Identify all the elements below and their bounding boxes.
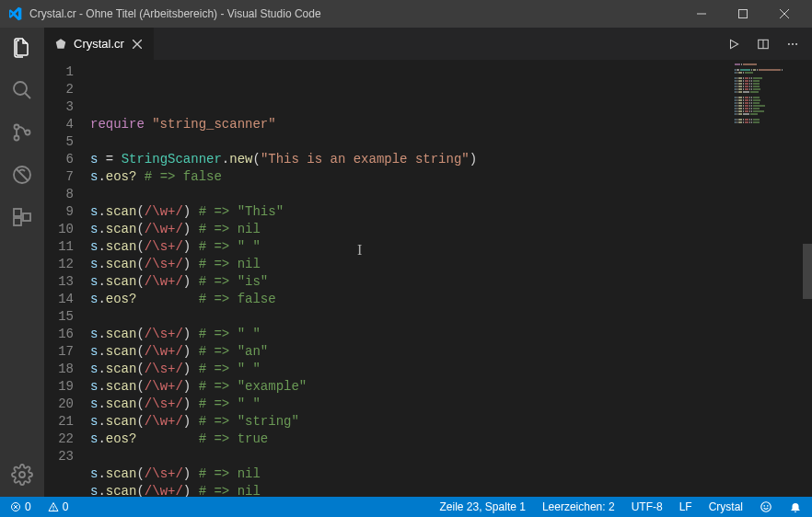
maximize-button[interactable]: [722, 0, 763, 28]
status-warnings[interactable]: 0: [45, 497, 72, 517]
svg-rect-12: [14, 218, 21, 225]
status-notifications-icon[interactable]: [786, 497, 805, 517]
code-line[interactable]: s.scan(/\s+/) # => " ": [90, 361, 812, 378]
search-icon[interactable]: [9, 77, 35, 103]
line-number: 11: [44, 238, 74, 256]
code-line[interactable]: s = StringScanner.new("This is an exampl…: [90, 151, 812, 168]
line-number: 4: [44, 116, 74, 133]
line-number: 1: [44, 63, 74, 81]
code-line[interactable]: s.scan(/\w+/) # => "This": [90, 203, 812, 221]
line-number: 19: [44, 378, 74, 396]
minimize-button[interactable]: [680, 0, 722, 28]
editor-actions: [714, 28, 812, 60]
svg-line-5: [25, 93, 30, 98]
line-number: 9: [44, 203, 74, 221]
code-line[interactable]: s.scan(/\w+/) # => "an": [90, 343, 812, 361]
code-line[interactable]: [90, 186, 812, 203]
line-number: 18: [44, 361, 74, 378]
file-crystal-icon: [53, 37, 68, 52]
settings-gear-icon[interactable]: [9, 462, 35, 488]
status-encoding[interactable]: UTF-8: [629, 497, 666, 517]
status-language[interactable]: Crystal: [706, 497, 746, 517]
line-number: 7: [44, 168, 74, 186]
svg-point-14: [19, 472, 25, 477]
run-icon[interactable]: [725, 36, 742, 52]
more-actions-icon[interactable]: [784, 36, 801, 52]
line-number: 21: [44, 413, 74, 431]
explorer-icon[interactable]: [9, 35, 35, 61]
activity-bar: [0, 28, 44, 497]
code-line[interactable]: [90, 308, 812, 326]
editor-area: Crystal.cr 12345678910111213141516171819…: [44, 28, 812, 497]
errors-count: 0: [25, 500, 31, 513]
svg-point-7: [15, 136, 19, 141]
window-title: Crystal.cr - Ohne Titel (Arbeitsbereich)…: [29, 7, 680, 20]
vscode-logo-icon: [7, 6, 22, 21]
svg-point-30: [767, 506, 768, 507]
svg-point-21: [792, 42, 794, 44]
code-line[interactable]: s.scan(/\s+/) # => " ": [90, 238, 812, 256]
code-line[interactable]: s.scan(/\w+/) # => nil: [90, 221, 812, 238]
code-editor[interactable]: 1234567891011121314151617181920212223 re…: [44, 60, 812, 497]
line-number: 3: [44, 98, 74, 116]
status-indentation[interactable]: Leerzeichen: 2: [539, 497, 618, 517]
code-line[interactable]: s.scan(/\s+/) # => " ": [90, 396, 812, 413]
line-number: 15: [44, 308, 74, 326]
tab-crystal[interactable]: Crystal.cr: [44, 28, 155, 60]
code-line[interactable]: s.scan(/\w+/) # => nil: [90, 483, 812, 497]
status-eol[interactable]: LF: [677, 497, 695, 517]
status-errors[interactable]: 0: [7, 497, 34, 517]
svg-point-6: [15, 125, 19, 130]
svg-line-10: [17, 169, 28, 180]
code-line[interactable]: [90, 133, 812, 151]
source-control-icon[interactable]: [9, 120, 35, 145]
debug-icon[interactable]: [9, 162, 35, 188]
code-line[interactable]: s.scan(/\w+/) # => "is": [90, 273, 812, 291]
code-line[interactable]: s.scan(/\s+/) # => " ": [90, 326, 812, 343]
code-line[interactable]: s.scan(/\w+/) # => "example": [90, 378, 812, 396]
code-line[interactable]: s.eos? # => false: [90, 291, 812, 308]
line-number: 23: [44, 448, 74, 465]
line-number: 10: [44, 221, 74, 238]
line-number: 8: [44, 186, 74, 203]
svg-point-8: [26, 131, 30, 135]
line-number: 22: [44, 431, 74, 448]
code-line[interactable]: s.eos? # => false: [90, 168, 812, 186]
line-number: 13: [44, 273, 74, 291]
svg-point-20: [788, 42, 790, 44]
svg-rect-1: [738, 10, 747, 18]
titlebar: Crystal.cr - Ohne Titel (Arbeitsbereich)…: [0, 0, 812, 28]
line-number: 17: [44, 343, 74, 361]
close-button[interactable]: [763, 0, 805, 28]
line-number: 16: [44, 326, 74, 343]
svg-rect-13: [23, 213, 30, 221]
split-editor-icon[interactable]: [755, 36, 771, 52]
vertical-scrollbar[interactable]: [799, 60, 812, 497]
svg-point-4: [14, 82, 27, 95]
line-number: 6: [44, 151, 74, 168]
code-line[interactable]: s.scan(/\w+/) # => "string": [90, 413, 812, 431]
minimap[interactable]: [735, 63, 799, 201]
warnings-count: 0: [63, 500, 69, 513]
line-number: 5: [44, 133, 74, 151]
svg-rect-11: [14, 209, 21, 216]
line-number-gutter: 1234567891011121314151617181920212223: [44, 63, 90, 497]
status-cursor-position[interactable]: Zeile 23, Spalte 1: [437, 497, 528, 517]
code-line[interactable]: [90, 448, 812, 465]
tab-close-icon[interactable]: [130, 37, 145, 52]
line-number: 20: [44, 396, 74, 413]
scrollbar-thumb[interactable]: [803, 244, 812, 299]
status-bar: 0 0 Zeile 23, Spalte 1 Leerzeichen: 2 UT…: [0, 497, 812, 517]
code-line[interactable]: s.scan(/\s+/) # => nil: [90, 256, 812, 273]
extensions-icon[interactable]: [9, 204, 35, 230]
svg-point-27: [52, 510, 53, 511]
line-number: 12: [44, 256, 74, 273]
code-content[interactable]: require "string_scanner"s = StringScanne…: [90, 63, 812, 497]
tab-bar: Crystal.cr: [44, 28, 812, 60]
code-line[interactable]: s.scan(/\s+/) # => nil: [90, 465, 812, 483]
status-feedback-icon[interactable]: [757, 497, 775, 517]
line-number: 14: [44, 291, 74, 308]
code-line[interactable]: s.eos? # => true: [90, 431, 812, 448]
window-controls: [680, 0, 805, 28]
code-line[interactable]: require "string_scanner": [90, 116, 812, 133]
